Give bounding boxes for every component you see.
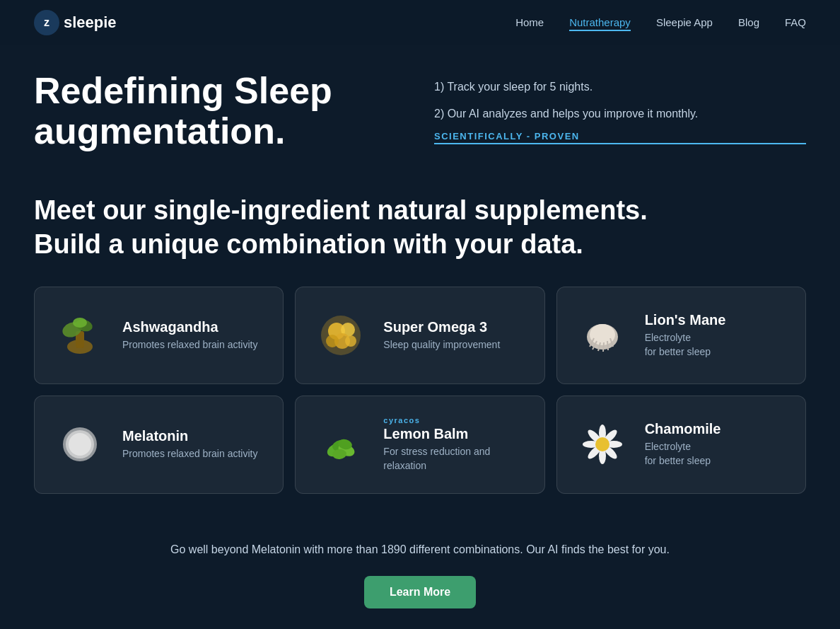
cta-text: Go well beyond Melatonin with more than … (34, 543, 806, 556)
card-ashwagandha[interactable]: Ashwagandha Promotes relaxed brain activ… (34, 287, 284, 384)
nav-links: Home Nutratherapy Sleepie App Blog FAQ (515, 16, 806, 29)
logo[interactable]: z sleepie (34, 10, 117, 35)
svg-point-21 (69, 433, 91, 456)
svg-line-17 (607, 341, 608, 350)
lions-mane-name: Lion's Mane (645, 312, 726, 328)
omega3-text: Super Omega 3 Sleep quality improvement (383, 319, 500, 352)
ashwagandha-text: Ashwagandha Promotes relaxed brain activ… (122, 319, 257, 352)
omega3-icon (313, 307, 369, 364)
ashwagandha-subtitle: Promotes relaxed brain activity (122, 338, 257, 352)
melatonin-subtitle: Promotes relaxed brain activity (122, 447, 257, 461)
ashwagandha-name: Ashwagandha (122, 319, 257, 335)
supplements-section: Meet our single-ingredient natural suppl… (0, 180, 840, 536)
card-lions-mane[interactable]: Lion's Mane Electrolyte for better sleep (556, 287, 806, 384)
card-super-omega-3[interactable]: Super Omega 3 Sleep quality improvement (295, 287, 544, 384)
cta-section: Go well beyond Melatonin with more than … (0, 536, 840, 629)
chamomile-name: Chamomile (645, 421, 721, 437)
supplements-title: Meet our single-ingredient natural suppl… (34, 194, 806, 261)
navbar: z sleepie Home Nutratherapy Sleepie App … (0, 0, 840, 45)
lemon-balm-name: Lemon Balm (383, 426, 527, 442)
logo-icon: z (34, 10, 59, 35)
omega3-subtitle: Sleep quality improvement (383, 338, 500, 352)
hero-right: 1) Track your sleep for 5 nights. 2) Our… (434, 71, 806, 151)
learn-more-button[interactable]: Learn More (364, 576, 476, 608)
card-chamomile[interactable]: Chamomile Electrolyte for better sleep (556, 396, 806, 493)
hero-step2: 2) Our AI analyzes and helps you improve… (434, 105, 806, 123)
hero-step1: 1) Track your sleep for 5 nights. (434, 78, 806, 96)
omega3-name: Super Omega 3 (383, 319, 500, 335)
nav-home[interactable]: Home (515, 16, 544, 28)
ashwagandha-icon (52, 307, 108, 364)
svg-point-4 (73, 318, 87, 328)
hero-heading: Redefining Sleep augmentation. (34, 71, 406, 151)
proven-badge: SCIENTIFICALLY - PROVEN (434, 131, 806, 144)
chamomile-subtitle: Electrolyte for better sleep (645, 440, 721, 468)
lemon-balm-icon (313, 416, 369, 473)
svg-line-16 (603, 342, 604, 352)
svg-point-10 (345, 335, 356, 347)
card-melatonin[interactable]: Melatonin Promotes relaxed brain activit… (34, 396, 284, 493)
chamomile-icon (574, 416, 631, 473)
card-lemon-balm[interactable]: cyracos Lemon Balm For stress reduction … (295, 396, 544, 493)
melatonin-name: Melatonin (122, 428, 257, 444)
lemon-balm-subtitle: For stress reduction and relaxation (383, 445, 527, 473)
nav-sleepie-app[interactable]: Sleepie App (656, 16, 713, 28)
svg-point-9 (326, 335, 339, 347)
nav-blog[interactable]: Blog (738, 16, 759, 28)
cyracos-label: cyracos (383, 416, 527, 425)
lemon-balm-text: cyracos Lemon Balm For stress reduction … (383, 416, 527, 473)
nav-nutratherapy[interactable]: Nutratherapy (569, 16, 631, 31)
logo-z: z (44, 16, 49, 29)
nav-faq[interactable]: FAQ (785, 16, 806, 28)
lions-mane-text: Lion's Mane Electrolyte for better sleep (645, 312, 726, 359)
hero-left: Redefining Sleep augmentation. (34, 71, 406, 151)
supplements-grid: Ashwagandha Promotes relaxed brain activ… (34, 287, 806, 493)
svg-point-35 (595, 437, 609, 451)
melatonin-text: Melatonin Promotes relaxed brain activit… (122, 428, 257, 461)
melatonin-icon (52, 416, 108, 473)
chamomile-text: Chamomile Electrolyte for better sleep (645, 421, 721, 468)
lions-mane-subtitle: Electrolyte for better sleep (645, 331, 726, 359)
lions-mane-icon (574, 307, 631, 364)
logo-text: sleepie (64, 13, 117, 32)
